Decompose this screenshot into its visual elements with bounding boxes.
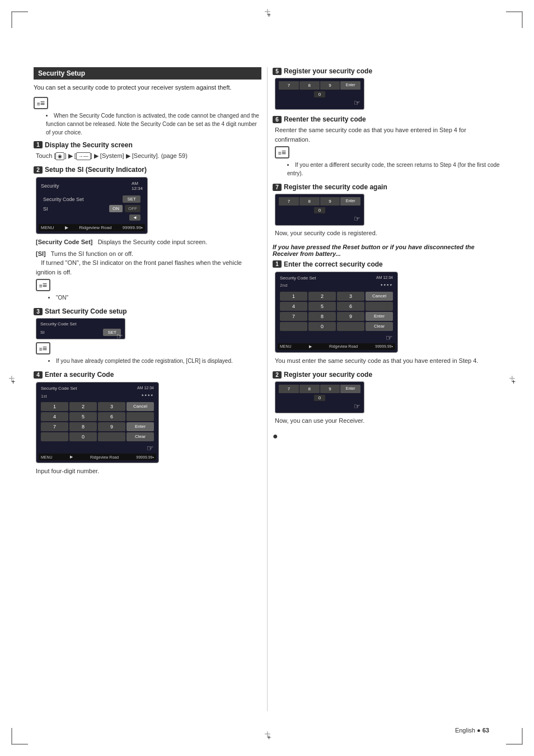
- touch-cursor-3: ☞: [116, 332, 123, 340]
- key-5[interactable]: 5: [69, 412, 97, 421]
- step-2-title: Setup the SI (Security Indicator): [45, 166, 147, 174]
- r7-key-7[interactable]: 7: [279, 197, 299, 206]
- step-5-numpad: 7 8 9 Enter: [277, 80, 362, 91]
- step-1: 1 Display the Security screen Touch [◉] …: [34, 141, 261, 161]
- key-3[interactable]: 3: [98, 402, 125, 411]
- step-3-code-label: Security Code Set: [40, 321, 76, 326]
- r5-key-8[interactable]: 8: [299, 81, 320, 90]
- step-3-screen: Security Code Set SI SET ☞: [36, 318, 125, 339]
- reset-menu-1: MENU: [280, 344, 292, 348]
- step-7-body: 7 8 9 Enter 0 ☞ Now, your security code …: [273, 194, 500, 238]
- key-empty2: [41, 432, 68, 441]
- rkey-clear[interactable]: Clear: [366, 322, 393, 331]
- rkey-4[interactable]: 4: [280, 302, 307, 311]
- step-4-screen-footer: MENU ▶ Ridgeview Road 99999.99▪: [39, 454, 156, 460]
- step-4-screen-title: Security Code Set: [41, 386, 77, 391]
- reset-step-1-title: Enter the correct security code: [284, 260, 383, 268]
- rkey-enter[interactable]: Enter: [366, 312, 393, 321]
- key-7[interactable]: 7: [41, 422, 68, 431]
- reset-arrow-1: ▶: [309, 344, 312, 349]
- note-text-2: "ON": [36, 293, 261, 302]
- step-2-body: Security AM12:34 Security Code Set SET S…: [34, 177, 261, 302]
- note-icon-3: ≡: [36, 342, 50, 354]
- rkey-6[interactable]: 6: [337, 302, 364, 311]
- step-4: 4 Enter a security Code Security Code Se…: [34, 371, 261, 476]
- step-5-screen: 7 8 9 Enter 0 ☞: [275, 78, 364, 110]
- rkey-2[interactable]: 2: [308, 292, 336, 301]
- rkey-0[interactable]: 0: [308, 322, 336, 331]
- step-2-num: 2: [34, 166, 43, 174]
- left-column: Security Setup You can set a security co…: [34, 67, 261, 711]
- section-title: Security Setup: [34, 67, 261, 80]
- r5-key-enter[interactable]: Enter: [340, 81, 360, 90]
- step-4-label: 1st: [41, 394, 47, 399]
- r2-key-enter[interactable]: Enter: [340, 385, 360, 393]
- key-0[interactable]: 0: [69, 432, 97, 441]
- key-enter[interactable]: Enter: [127, 422, 154, 431]
- step-1-header: 1 Display the Security screen: [34, 141, 261, 149]
- reset-step-1-screen: Security Code Set AM 12:34 2nd **** 1 2 …: [275, 272, 398, 353]
- rkey-7[interactable]: 7: [280, 312, 307, 321]
- note-text-3: If you have already completed the code r…: [36, 357, 261, 365]
- intro-text: You can set a security code to protect y…: [34, 83, 261, 92]
- step-4-arrow: ▶: [70, 455, 73, 459]
- step-2-header: 2 Setup the SI (Security Indicator): [34, 166, 261, 174]
- page-number-area: English ● 63: [455, 727, 489, 734]
- key-4[interactable]: 4: [41, 412, 68, 421]
- r2-key-9[interactable]: 9: [320, 385, 340, 393]
- key-8[interactable]: 8: [69, 422, 97, 431]
- corner-bl: [11, 728, 28, 745]
- screen-2-clock: AM12:34: [132, 181, 143, 191]
- screen-2-title: Security: [41, 183, 59, 189]
- step-7-input-row: 0: [277, 207, 362, 214]
- step-2-screen: Security AM12:34 Security Code Set SET S…: [36, 177, 148, 234]
- rkey-5[interactable]: 5: [308, 302, 336, 311]
- r7-key-enter[interactable]: Enter: [340, 197, 360, 206]
- reset-step-1: 1 Enter the correct security code Securi…: [273, 260, 500, 366]
- reset-step-1-desc: You must enter the same security code as…: [275, 356, 500, 366]
- step-5: 5 Register your security code 7 8 9 Ente…: [273, 67, 500, 110]
- r5-key-9[interactable]: 9: [320, 81, 340, 90]
- step-4-clock: AM 12:34: [137, 386, 154, 391]
- key-2[interactable]: 2: [69, 402, 97, 411]
- reset-italic-header: If you have pressed the Reset button or …: [273, 244, 500, 257]
- rkey-3[interactable]: 3: [337, 292, 364, 301]
- reset-step-2-touch: ☞: [277, 402, 362, 411]
- rkey-9[interactable]: 9: [337, 312, 364, 321]
- step-4-desc: Input four-digit number.: [36, 466, 261, 476]
- rkey-cancel[interactable]: Cancel: [366, 292, 393, 301]
- key-6[interactable]: 6: [98, 412, 125, 421]
- reset-step-1-body: Security Code Set AM 12:34 2nd **** 1 2 …: [273, 272, 500, 366]
- r7-key-8[interactable]: 8: [299, 197, 320, 206]
- screen-2-menu: MENU: [41, 225, 54, 230]
- screen-2-footer: MENU ▶ Ridgeview Road 99999.99▪: [39, 224, 145, 231]
- bullet-dot-icon: ●: [273, 431, 278, 441]
- note-text-1: When the Security Code function is activ…: [34, 111, 261, 137]
- step-7-touch-row: ☞: [277, 214, 362, 223]
- step-5-input-row: 0: [277, 91, 362, 98]
- key-1[interactable]: 1: [41, 402, 68, 411]
- step-3-si-label: SI: [40, 330, 45, 335]
- step-4-menu: MENU: [41, 455, 53, 459]
- step-5-num: 5: [273, 68, 282, 75]
- rkey-8[interactable]: 8: [308, 312, 336, 321]
- reset-step-2-num: 2: [273, 371, 282, 379]
- step-4-screen-header: Security Code Set AM 12:34: [39, 385, 156, 392]
- r2-key-7[interactable]: 7: [279, 385, 299, 393]
- r2-key-8[interactable]: 8: [299, 385, 320, 393]
- r5-key-7[interactable]: 7: [279, 81, 299, 90]
- screen-2-back-btn: ◄: [129, 214, 140, 221]
- page: + + + + Security Setup You can set a sec…: [0, 0, 534, 756]
- rkey-1[interactable]: 1: [280, 292, 307, 301]
- right-column: 5 Register your security code 7 8 9 Ente…: [273, 67, 500, 711]
- reset-step-1-touch-row: ☞: [278, 332, 395, 343]
- key-clear[interactable]: Clear: [127, 432, 154, 441]
- screen-2-off-btn: OFF: [125, 205, 140, 212]
- touch-cursor-7: ☞: [354, 214, 360, 223]
- key-cancel[interactable]: Cancel: [127, 402, 154, 411]
- screen-2-row-1: Security Code Set SET: [41, 194, 143, 204]
- r7-key-9[interactable]: 9: [320, 197, 340, 206]
- step-4-input-row: 1st ****: [39, 392, 156, 401]
- key-9[interactable]: 9: [98, 422, 125, 431]
- screen-2-row-2: SI ON OFF: [41, 204, 143, 213]
